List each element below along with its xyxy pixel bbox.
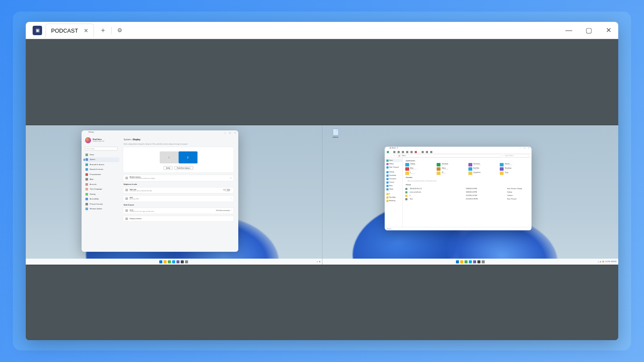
- new-tab-button[interactable]: +: [99, 27, 107, 34]
- quick-recordings[interactable]: RecordingsOneDrive: [500, 167, 529, 171]
- taskbar-icon[interactable]: [185, 260, 188, 263]
- side-pictures[interactable]: Pictures›: [385, 181, 402, 184]
- nav-windows-update[interactable]: Windows Update: [83, 207, 119, 211]
- maximize-icon[interactable]: ▢: [524, 147, 526, 150]
- quick-screenshots[interactable]: ScreenshotsPictures: [468, 172, 498, 175]
- explorer-tab[interactable]: 🏠 Home ✕: [387, 147, 401, 149]
- display-arrangement[interactable]: 1 2 Identify Extend these displays ▾: [123, 147, 234, 173]
- taskbar-2[interactable]: ▲🔊📶 5:14 PM 9/30/2024: [322, 259, 619, 265]
- side-home[interactable]: Home: [385, 159, 402, 162]
- taskbar-icon[interactable]: [168, 260, 171, 263]
- minimize-icon[interactable]: ―: [519, 147, 521, 150]
- nav-privacy-security[interactable]: Privacy & security: [83, 202, 119, 206]
- scale-row[interactable]: ScaleChange the size of text, apps, and …: [123, 208, 234, 214]
- nav-time-language[interactable]: Time & language: [83, 187, 119, 192]
- close-tab-icon[interactable]: ✕: [82, 27, 90, 34]
- taskbar-icon[interactable]: [460, 260, 463, 263]
- taskbar-icon[interactable]: [473, 260, 476, 263]
- back-icon[interactable]: ←: [387, 155, 388, 157]
- file-row[interactable]: b9/27/2024 5:47 PMOneDrive: [405, 194, 529, 197]
- quick--[interactable]: 23Thurrott: [437, 172, 466, 175]
- recent-section[interactable]: Recent: [405, 184, 529, 186]
- toolbar-delete[interactable]: [415, 151, 417, 153]
- nav-accessibility[interactable]: Accessibility: [83, 197, 119, 202]
- quick-b[interactable]: bOneDrive: [405, 172, 434, 175]
- display-2[interactable]: 2: [179, 151, 197, 163]
- quick-videos[interactable]: VideosStored locally: [437, 167, 466, 171]
- nav-system[interactable]: System: [83, 157, 119, 162]
- nav-apps[interactable]: Apps: [83, 177, 119, 182]
- maximize-button[interactable]: ▢: [579, 22, 598, 39]
- resolution-row[interactable]: Display resolution: [123, 216, 234, 222]
- taskbar-icon[interactable]: [469, 260, 472, 263]
- quick-access-section[interactable]: Quick access: [405, 160, 529, 162]
- explorer-search[interactable]: Search Home: [504, 154, 529, 157]
- side-music[interactable]: Music›: [385, 184, 402, 187]
- taskbar-icon[interactable]: [477, 260, 480, 263]
- nav-personalization[interactable]: Personalization: [83, 172, 119, 177]
- toolbar-sort[interactable]: [422, 151, 424, 153]
- file-row[interactable]: Xbox9/27/2024 12:03 PMBrad - Personal: [405, 197, 529, 201]
- quick-pictures[interactable]: PicturesBrad - Personal: [500, 163, 529, 166]
- favorites-section[interactable]: Favorites: [405, 177, 529, 178]
- nav-home[interactable]: Home: [83, 152, 119, 157]
- close-icon[interactable]: ✕: [234, 132, 236, 134]
- toolbar-view[interactable]: [426, 151, 428, 153]
- taskbar-1[interactable]: ▲⏻: [26, 259, 322, 265]
- toolbar-rename[interactable]: [406, 151, 408, 153]
- user-profile[interactable]: Brad Sams brad@example.com: [83, 136, 119, 146]
- taskbar-icon[interactable]: [164, 260, 167, 263]
- file-row[interactable]: more cow bells.mkv9/30/2024 4:58 PMDeskt…: [405, 190, 529, 194]
- monitor-2[interactable]: build.bat 🏠 Home ✕ ― ▢ ✕ || ←→↑⟳ 🏠 › Hom…: [322, 125, 619, 265]
- taskbar-icon[interactable]: [465, 260, 468, 263]
- close-button[interactable]: ✕: [598, 22, 618, 39]
- gear-icon[interactable]: ⚙: [116, 27, 124, 34]
- settings-window[interactable]: Settings ― ▢ ✕ Brad Sams brad@exa: [82, 130, 238, 252]
- taskbar-icon[interactable]: [176, 260, 179, 263]
- toolbar-filter[interactable]: [430, 151, 432, 153]
- maximize-icon[interactable]: ▢: [229, 132, 231, 134]
- toolbar-copy[interactable]: [398, 151, 400, 153]
- extend-dropdown[interactable]: Extend these displays ▾: [174, 166, 193, 170]
- explorer-window[interactable]: 🏠 Home ✕ ― ▢ ✕ || ←→↑⟳ 🏠 › Home Search H…: [385, 147, 532, 230]
- taskbar-icon[interactable]: [181, 260, 184, 263]
- side-b[interactable]: b: [385, 192, 402, 196]
- quick-downloads[interactable]: DownloadsStored locally: [437, 163, 466, 166]
- toolbar-new[interactable]: [387, 151, 389, 153]
- tab-podcast[interactable]: PODCAST ✕: [46, 24, 94, 37]
- night-light-toggle[interactable]: [225, 189, 230, 191]
- up-icon[interactable]: ↑: [392, 155, 393, 157]
- taskbar-icon[interactable]: [159, 260, 162, 263]
- taskbar-icon[interactable]: [172, 260, 175, 263]
- toolbar-cut[interactable]: [393, 151, 395, 153]
- side-desktop[interactable]: Desktop›: [385, 170, 402, 174]
- side-gallery[interactable]: Gallery: [385, 162, 402, 166]
- toolbar-share[interactable]: [410, 151, 413, 153]
- nav-network-internet[interactable]: Network & internet: [83, 167, 119, 172]
- nav-accounts[interactable]: Accounts: [83, 182, 119, 187]
- side-recording[interactable]: Recording: [385, 196, 402, 199]
- toolbar-paste[interactable]: [402, 151, 404, 153]
- nav-gaming[interactable]: Gaming: [83, 192, 119, 196]
- minimize-icon[interactable]: ―: [224, 132, 226, 134]
- forward-icon[interactable]: →: [389, 155, 391, 157]
- side-videos[interactable]: Videos›: [385, 187, 402, 191]
- night-light-row[interactable]: Night lightUse warmer colors to help blo…: [123, 187, 234, 194]
- address-path[interactable]: 🏠 › Home: [397, 154, 501, 157]
- taskbar-icon[interactable]: [482, 260, 485, 263]
- refresh-icon[interactable]: ⟳: [394, 155, 395, 157]
- file-row[interactable]: 2024-09-28 20-12-119/30/2024 4:59 PMBrad…: [405, 187, 529, 190]
- desktop-file-icon[interactable]: build.bat: [330, 129, 341, 138]
- display-1[interactable]: 1: [160, 151, 179, 163]
- hdr-row[interactable]: HDRMore about HDR ›: [123, 195, 234, 202]
- side-documents[interactable]: Documents›: [385, 177, 402, 181]
- quick-music[interactable]: MusicStored locally: [405, 167, 434, 171]
- quick-documents[interactable]: DocumentsBrad - Personal: [468, 163, 498, 166]
- multiple-displays-row[interactable]: Multiple displaysChoose the presentation…: [123, 175, 234, 181]
- side-downloads[interactable]: Downloads›: [385, 174, 402, 177]
- system-tray[interactable]: ▲🔊📶 5:14 PM 9/30/2024: [598, 261, 617, 262]
- taskbar-icon[interactable]: [456, 260, 459, 263]
- settings-search[interactable]: Find a setting: [85, 147, 118, 151]
- nav-bluetooth-devices[interactable]: Bluetooth & devices: [83, 162, 119, 167]
- side-marketing[interactable]: Marketing: [385, 199, 402, 202]
